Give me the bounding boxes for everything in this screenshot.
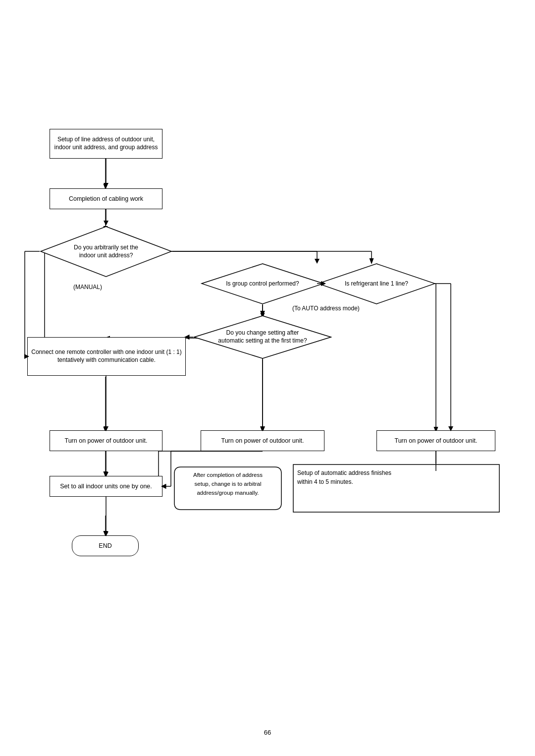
end-box: END — [72, 535, 139, 556]
set-indoor-box: Set to all indoor units one by one. — [50, 476, 162, 497]
svg-text:After completion of address: After completion of address — [193, 472, 263, 478]
cabling-text: Completion of cabling work — [69, 195, 143, 203]
end-text: END — [99, 542, 111, 550]
auto-address-label: (To AUTO address mode) — [292, 305, 360, 312]
connect-remote-text: Connect one remote controller with one i… — [28, 347, 185, 366]
diamond-change-text: Do you change setting afterautomatic set… — [211, 329, 314, 345]
connect-remote-box: Connect one remote controller with one i… — [27, 337, 186, 376]
start-box: Setup of line address of outdoor unit, i… — [50, 129, 162, 159]
diamond-group: Is group control performed? — [201, 263, 324, 305]
diamond-arbitrary: Do you arbitrarily set theindoor unit ad… — [40, 226, 172, 278]
diamond-group-text: Is group control performed? — [218, 280, 306, 288]
start-box-text: Setup of line address of outdoor unit, i… — [50, 134, 162, 153]
svg-rect-29 — [293, 465, 499, 512]
set-indoor-text: Set to all indoor units one by one. — [60, 482, 152, 490]
diamond-change: Do you change setting afterautomatic set… — [193, 315, 332, 359]
turn-on-right-text: Turn on power of outdoor unit. — [395, 437, 478, 445]
diamond-arbitrary-text: Do you arbitrarily set theindoor unit ad… — [66, 244, 146, 259]
page: Setup of line address of outdoor unit, i… — [0, 0, 535, 756]
svg-text:setup, change is to arbitral: setup, change is to arbitral — [195, 481, 262, 487]
manual-label: (MANUAL) — [73, 284, 102, 291]
diamond-refrigerant: Is refrigerant line 1 line? — [317, 263, 436, 305]
page-number: 66 — [264, 729, 271, 736]
turn-on-left-box: Turn on power of outdoor unit. — [50, 430, 162, 451]
cabling-box: Completion of cabling work — [50, 188, 162, 209]
diamond-refrigerant-text: Is refrigerant line 1 line? — [337, 280, 416, 288]
svg-text:address/group manually.: address/group manually. — [197, 490, 259, 496]
turn-on-middle-text: Turn on power of outdoor unit. — [221, 437, 304, 445]
turn-on-middle-box: Turn on power of outdoor unit. — [201, 430, 324, 451]
turn-on-right-box: Turn on power of outdoor unit. — [376, 430, 495, 451]
turn-on-left-text: Turn on power of outdoor unit. — [65, 437, 148, 445]
